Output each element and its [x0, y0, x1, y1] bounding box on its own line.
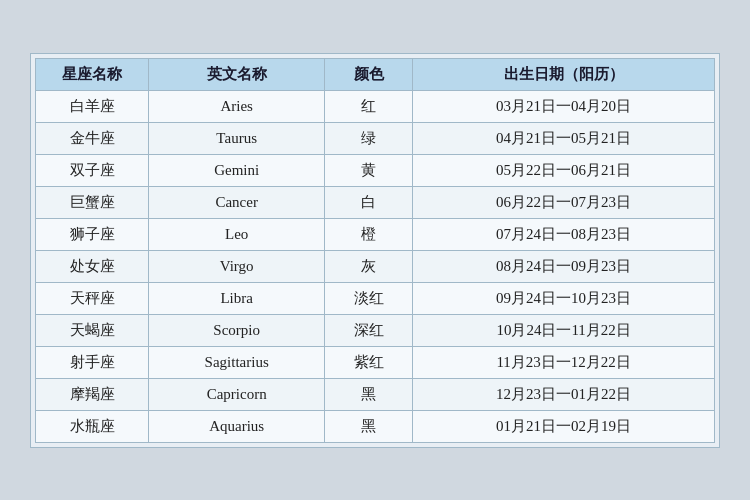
cell-zh: 双子座	[36, 154, 149, 186]
header-en: 英文名称	[149, 58, 325, 90]
cell-color: 黄	[325, 154, 413, 186]
cell-en: Scorpio	[149, 314, 325, 346]
cell-color: 绿	[325, 122, 413, 154]
cell-zh: 天秤座	[36, 282, 149, 314]
cell-color: 淡红	[325, 282, 413, 314]
cell-date: 09月24日一10月23日	[413, 282, 715, 314]
table-row: 金牛座Taurus绿04月21日一05月21日	[36, 122, 715, 154]
table-row: 摩羯座Capricorn黑12月23日一01月22日	[36, 378, 715, 410]
cell-color: 白	[325, 186, 413, 218]
header-color: 颜色	[325, 58, 413, 90]
cell-color: 紫红	[325, 346, 413, 378]
cell-date: 11月23日一12月22日	[413, 346, 715, 378]
cell-zh: 水瓶座	[36, 410, 149, 442]
header-zh: 星座名称	[36, 58, 149, 90]
cell-date: 07月24日一08月23日	[413, 218, 715, 250]
cell-zh: 射手座	[36, 346, 149, 378]
cell-color: 红	[325, 90, 413, 122]
cell-en: Capricorn	[149, 378, 325, 410]
cell-color: 黑	[325, 378, 413, 410]
cell-en: Libra	[149, 282, 325, 314]
cell-zh: 金牛座	[36, 122, 149, 154]
cell-date: 10月24日一11月22日	[413, 314, 715, 346]
table-row: 白羊座Aries红03月21日一04月20日	[36, 90, 715, 122]
cell-color: 灰	[325, 250, 413, 282]
cell-date: 12月23日一01月22日	[413, 378, 715, 410]
table-row: 处女座Virgo灰08月24日一09月23日	[36, 250, 715, 282]
cell-date: 08月24日一09月23日	[413, 250, 715, 282]
zodiac-table-container: 星座名称 英文名称 颜色 出生日期（阳历） 白羊座Aries红03月21日一04…	[30, 53, 720, 448]
cell-color: 黑	[325, 410, 413, 442]
cell-zh: 摩羯座	[36, 378, 149, 410]
cell-date: 04月21日一05月21日	[413, 122, 715, 154]
table-body: 白羊座Aries红03月21日一04月20日金牛座Taurus绿04月21日一0…	[36, 90, 715, 442]
cell-color: 深红	[325, 314, 413, 346]
header-date: 出生日期（阳历）	[413, 58, 715, 90]
table-row: 天秤座Libra淡红09月24日一10月23日	[36, 282, 715, 314]
table-row: 天蝎座Scorpio深红10月24日一11月22日	[36, 314, 715, 346]
cell-en: Aquarius	[149, 410, 325, 442]
cell-zh: 处女座	[36, 250, 149, 282]
cell-date: 01月21日一02月19日	[413, 410, 715, 442]
cell-zh: 白羊座	[36, 90, 149, 122]
cell-en: Cancer	[149, 186, 325, 218]
table-header-row: 星座名称 英文名称 颜色 出生日期（阳历）	[36, 58, 715, 90]
cell-color: 橙	[325, 218, 413, 250]
cell-zh: 巨蟹座	[36, 186, 149, 218]
zodiac-table: 星座名称 英文名称 颜色 出生日期（阳历） 白羊座Aries红03月21日一04…	[35, 58, 715, 443]
cell-en: Gemini	[149, 154, 325, 186]
cell-en: Virgo	[149, 250, 325, 282]
table-row: 双子座Gemini黄05月22日一06月21日	[36, 154, 715, 186]
table-row: 水瓶座Aquarius黑01月21日一02月19日	[36, 410, 715, 442]
table-row: 狮子座Leo橙07月24日一08月23日	[36, 218, 715, 250]
cell-en: Taurus	[149, 122, 325, 154]
table-row: 巨蟹座Cancer白06月22日一07月23日	[36, 186, 715, 218]
cell-date: 06月22日一07月23日	[413, 186, 715, 218]
cell-date: 03月21日一04月20日	[413, 90, 715, 122]
cell-en: Leo	[149, 218, 325, 250]
cell-zh: 狮子座	[36, 218, 149, 250]
cell-date: 05月22日一06月21日	[413, 154, 715, 186]
cell-en: Sagittarius	[149, 346, 325, 378]
cell-zh: 天蝎座	[36, 314, 149, 346]
table-row: 射手座Sagittarius紫红11月23日一12月22日	[36, 346, 715, 378]
cell-en: Aries	[149, 90, 325, 122]
